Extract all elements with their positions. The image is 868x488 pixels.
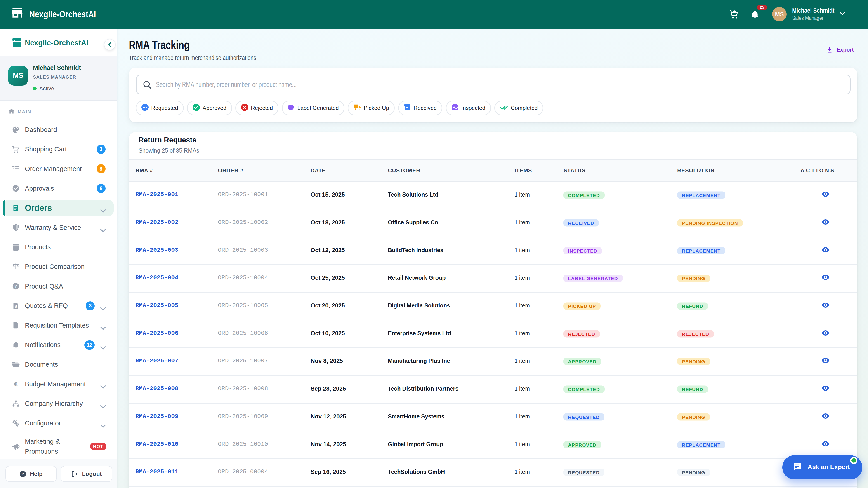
svg-text:?: ? bbox=[22, 472, 24, 476]
svg-text:€: € bbox=[14, 381, 18, 388]
svg-text:$: $ bbox=[15, 304, 17, 308]
svg-text:?: ? bbox=[14, 284, 17, 289]
